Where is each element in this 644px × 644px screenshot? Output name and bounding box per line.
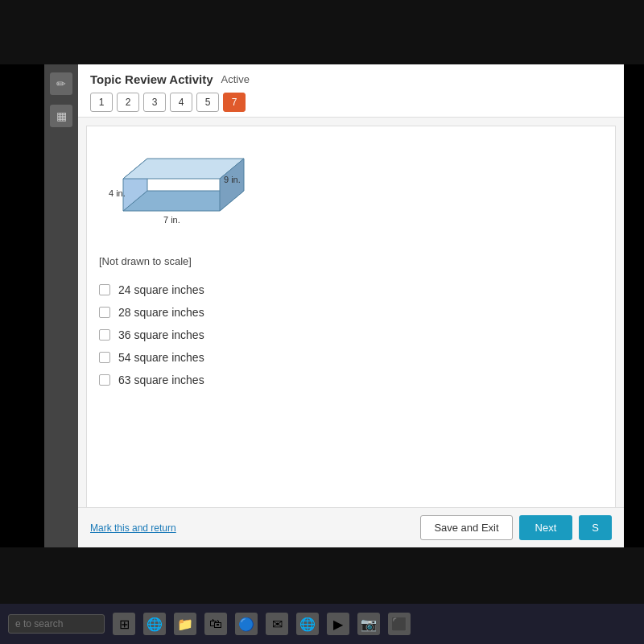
tab-3[interactable]: 3 [143,93,166,112]
calculator-icon[interactable]: ▦ [50,105,72,127]
taskbar-icon-1[interactable]: ⊞ [113,613,135,635]
taskbar-icon-store[interactable]: 🛍 [204,613,227,635]
footer-bar: Mark this and return Save and Exit Next … [78,507,624,547]
taskbar-search[interactable] [8,614,105,634]
mark-return-link[interactable]: Mark this and return [90,522,176,534]
tab-1[interactable]: 1 [90,93,113,112]
header: Topic Review Activity Active 1 2 3 4 5 7 [78,64,624,118]
activity-title: Topic Review Activity [90,72,213,86]
taskbar-icon-chrome[interactable]: 🔵 [235,613,258,635]
not-to-scale-note: [Not drawn to scale] [99,255,603,267]
next-button[interactable]: Next [519,515,573,540]
save-exit-button[interactable]: Save and Exit [420,515,512,540]
checkbox-2[interactable] [99,307,110,318]
choice-5[interactable]: 63 square inches [99,374,603,386]
choice-1[interactable]: 24 square inches [99,283,603,296]
main-content: Topic Review Activity Active 1 2 3 4 5 7 [78,64,624,547]
svg-text:9 in.: 9 in. [224,175,241,184]
taskbar-icon-browser2[interactable]: 🌐 [296,613,319,635]
checkbox-5[interactable] [99,374,110,386]
choice-label-2: 28 square inches [118,306,204,319]
tab-7[interactable]: 7 [223,93,246,112]
choice-label-4: 54 square inches [118,351,204,364]
taskbar-icon-apps[interactable]: ⬛ [388,613,411,635]
taskbar-icon-media[interactable]: ▶ [327,613,349,635]
figure-area: 4 in. 9 in. 7 in. [99,138,603,243]
svg-text:4 in.: 4 in. [109,188,126,198]
tab-5[interactable]: 5 [196,93,219,112]
tab-2[interactable]: 2 [117,93,139,112]
choice-label-1: 24 square inches [118,283,204,296]
footer-buttons: Save and Exit Next S [420,515,612,540]
choice-2[interactable]: 28 square inches [99,306,603,319]
question-area: 4 in. 9 in. 7 in. [Not drawn to scale] 2… [86,126,616,512]
checkbox-4[interactable] [99,352,110,363]
activity-status: Active [221,73,250,85]
choice-label-5: 63 square inches [118,374,204,386]
pencil-icon[interactable]: ✏ [50,72,72,95]
taskbar-icon-folder[interactable]: 📁 [174,613,196,635]
answer-choices: 24 square inches 28 square inches 36 squ… [99,283,603,386]
svg-text:7 in.: 7 in. [163,215,180,225]
checkbox-3[interactable] [99,329,110,341]
choice-4[interactable]: 54 square inches [99,351,603,364]
tab-4[interactable]: 4 [170,93,192,112]
3d-box-figure: 4 in. 9 in. 7 in. [99,138,292,235]
submit-button[interactable]: S [579,515,612,540]
taskbar-icon-mail[interactable]: ✉ [266,613,288,635]
question-tabs: 1 2 3 4 5 7 [90,93,612,112]
taskbar-icon-edge[interactable]: 🌐 [143,613,166,635]
choice-3[interactable]: 36 square inches [99,328,603,341]
taskbar: ⊞ 🌐 📁 🛍 🔵 ✉ 🌐 ▶ 📷 ⬛ [0,604,644,644]
checkbox-1[interactable] [99,284,110,295]
choice-label-3: 36 square inches [118,328,204,341]
taskbar-icon-photos[interactable]: 📷 [357,613,380,635]
left-sidebar: ✏ ▦ [44,64,78,547]
